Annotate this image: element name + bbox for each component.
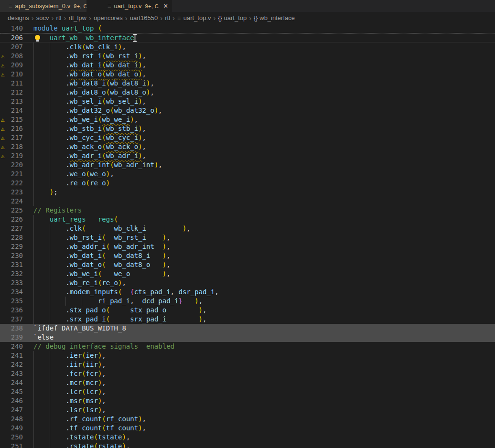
code-line-206[interactable]: 206 uart_wb wb_interface	[0, 33, 495, 43]
line-number[interactable]: 236	[0, 306, 23, 315]
code-line-224[interactable]: 224	[0, 197, 495, 206]
code-line-247[interactable]: 247 .lsr(lsr),	[0, 405, 495, 415]
line-number[interactable]: 227	[0, 224, 23, 233]
code-line-210[interactable]: ⚠210 .wb_dat_o(wb_dat_o),	[0, 70, 495, 79]
line-number[interactable]: 226	[0, 215, 23, 224]
code-line-241[interactable]: 241 .ier(ier),	[0, 351, 495, 360]
line-number[interactable]: 247	[0, 405, 23, 415]
line-number[interactable]: 216	[0, 124, 23, 133]
code-line-212[interactable]: 212 .wb_dat8_o(wb_dat8_o),	[0, 88, 495, 97]
code-line-232[interactable]: 232 .wb_we_i( we_o ),	[0, 269, 495, 278]
code-line-219[interactable]: ⚠219 .wb_adr_i(wb_adr_i),	[0, 151, 495, 160]
code-line-235[interactable]: 235 ri_pad_i, dcd_pad_i} ),	[0, 297, 495, 306]
line-number[interactable]: 228	[0, 233, 23, 242]
line-number[interactable]: 214	[0, 106, 23, 115]
line-number[interactable]: 223	[0, 188, 23, 197]
code-line-221[interactable]: 221 .we_o(we_o),	[0, 170, 495, 179]
line-number[interactable]: 231	[0, 260, 23, 269]
line-number[interactable]: 217	[0, 133, 23, 142]
code-line-209[interactable]: ⚠209 .wb_dat_i(wb_dat_i),	[0, 61, 495, 70]
line-number[interactable]: 230	[0, 251, 23, 260]
code-line-228[interactable]: 228 .wb_rst_i( wb_rst_i ),	[0, 233, 495, 242]
tab-apb-subsystem[interactable]: ≡ apb_subsystem_0.v 9+, C	[0, 0, 86, 12]
line-number[interactable]: 234	[0, 288, 23, 297]
breadcrumb-item-rtl[interactable]: rtl	[165, 14, 170, 21]
code-line-248[interactable]: 248 .rf_count(rf_count),	[0, 415, 495, 424]
line-number[interactable]: 240	[0, 342, 23, 351]
tab-uart-top[interactable]: ≡ uart_top.v 9+, C ×	[86, 0, 172, 12]
line-number[interactable]: 245	[0, 387, 23, 396]
breadcrumb-item-rtl_lpw[interactable]: rtl_lpw	[68, 14, 86, 21]
code-line-239[interactable]: 239`else	[0, 333, 495, 342]
code-line-236[interactable]: 236 .stx_pad_o( stx_pad_o ),	[0, 306, 495, 315]
code-editor[interactable]: 140module uart_top ( 206 uart_wb wb_inte…	[0, 24, 495, 448]
quick-fix-lightbulb-icon[interactable]	[35, 35, 40, 40]
code-line-251[interactable]: 251 .rstate(rstate),	[0, 442, 495, 448]
code-line-222[interactable]: 222 .re_o(re_o)	[0, 179, 495, 188]
code-line-215[interactable]: ⚠215 .wb_we_i(wb_we_i),	[0, 115, 495, 124]
line-number[interactable]: 233	[0, 278, 23, 288]
line-number[interactable]: 251	[0, 442, 23, 448]
line-number[interactable]: 212	[0, 88, 23, 97]
code-line-213[interactable]: 213 .wb_sel_i(wb_sel_i),	[0, 97, 495, 106]
line-number[interactable]: 140	[0, 24, 23, 33]
line-number[interactable]: 239	[0, 333, 23, 342]
line-number[interactable]: 241	[0, 351, 23, 360]
breadcrumb-item-rtl[interactable]: rtl	[56, 14, 62, 21]
code-line-237[interactable]: 237 .srx_pad_i( srx_pad_i ),	[0, 315, 495, 324]
line-number[interactable]: 219	[0, 151, 23, 160]
code-line-230[interactable]: 230 .wb_dat_i( wb_dat8_i ),	[0, 251, 495, 260]
line-number[interactable]: 211	[0, 79, 23, 88]
line-number[interactable]: 206	[0, 33, 23, 43]
breadcrumb-symbol-wb_interface[interactable]: {}wb_interface	[254, 14, 295, 21]
line-number[interactable]: 224	[0, 197, 23, 206]
line-number[interactable]: 244	[0, 378, 23, 387]
code-line-229[interactable]: 229 .wb_addr_i( wb_adr_int ),	[0, 242, 495, 251]
code-line-243[interactable]: 243 .fcr(fcr),	[0, 369, 495, 378]
line-number[interactable]: 221	[0, 170, 23, 179]
line-number[interactable]: 225	[0, 206, 23, 215]
code-line-225[interactable]: 225// Registers	[0, 206, 495, 215]
code-line-207[interactable]: 207 .clk(wb_clk_i),	[0, 43, 495, 52]
line-number[interactable]: 208	[0, 52, 23, 61]
breadcrumb-item-socv[interactable]: socv	[36, 14, 49, 21]
code-line-240[interactable]: 240// debug interface signals enabled	[0, 342, 495, 351]
code-line-220[interactable]: 220 .wb_adr_int(wb_adr_int),	[0, 160, 495, 170]
code-line-249[interactable]: 249 .tf_count(tf_count),	[0, 424, 495, 433]
close-icon[interactable]: ×	[163, 2, 168, 10]
breadcrumb-item-uart16550[interactable]: uart16550	[130, 14, 158, 21]
code-line-208[interactable]: ⚠208 .wb_rst_i(wb_rst_i),	[0, 52, 495, 61]
line-number[interactable]: 243	[0, 369, 23, 378]
breadcrumb-symbol-uart_top[interactable]: {}uart_top	[218, 14, 247, 21]
code-line-231[interactable]: 231 .wb_dat_o( wb_dat8_o ),	[0, 260, 495, 269]
line-number[interactable]: 237	[0, 315, 23, 324]
code-line-234[interactable]: 234 .modem_inputs( {cts_pad_i, dsr_pad_i…	[0, 288, 495, 297]
line-number[interactable]: 229	[0, 242, 23, 251]
code-line-223[interactable]: 223 );	[0, 188, 495, 197]
line-number[interactable]: 222	[0, 179, 23, 188]
code-line-218[interactable]: ⚠218 .wb_ack_o(wb_ack_o),	[0, 142, 495, 151]
line-number[interactable]: 213	[0, 97, 23, 106]
code-line-211[interactable]: 211 .wb_dat8_i(wb_dat8_i),	[0, 79, 495, 88]
code-line-242[interactable]: 242 .iir(iir),	[0, 360, 495, 369]
line-number[interactable]: 207	[0, 43, 23, 52]
line-number[interactable]: 209	[0, 61, 23, 70]
code-line-238[interactable]: 238`ifdef DATA_BUS_WIDTH_8	[0, 324, 495, 333]
line-number[interactable]: 232	[0, 269, 23, 278]
sticky-scroll-line[interactable]: 140module uart_top (	[0, 24, 495, 33]
line-number[interactable]: 246	[0, 396, 23, 405]
line-number[interactable]: 218	[0, 142, 23, 151]
line-number[interactable]: 250	[0, 433, 23, 442]
breadcrumb-item-file[interactable]: ≡uart_top.v	[177, 14, 211, 21]
breadcrumb-item-opencores[interactable]: opencores	[94, 14, 123, 21]
line-number[interactable]: 220	[0, 160, 23, 170]
code-line-216[interactable]: ⚠216 .wb_stb_i(wb_stb_i),	[0, 124, 495, 133]
line-number[interactable]: 242	[0, 360, 23, 369]
line-number[interactable]: 210	[0, 70, 23, 79]
code-line-246[interactable]: 246 .msr(msr),	[0, 396, 495, 405]
code-line-245[interactable]: 245 .lcr(lcr),	[0, 387, 495, 396]
code-line-250[interactable]: 250 .tstate(tstate),	[0, 433, 495, 442]
code-line-214[interactable]: 214 .wb_dat32_o(wb_dat32_o),	[0, 106, 495, 115]
code-line-217[interactable]: ⚠217 .wb_cyc_i(wb_cyc_i),	[0, 133, 495, 142]
line-number[interactable]: 238	[0, 324, 23, 333]
